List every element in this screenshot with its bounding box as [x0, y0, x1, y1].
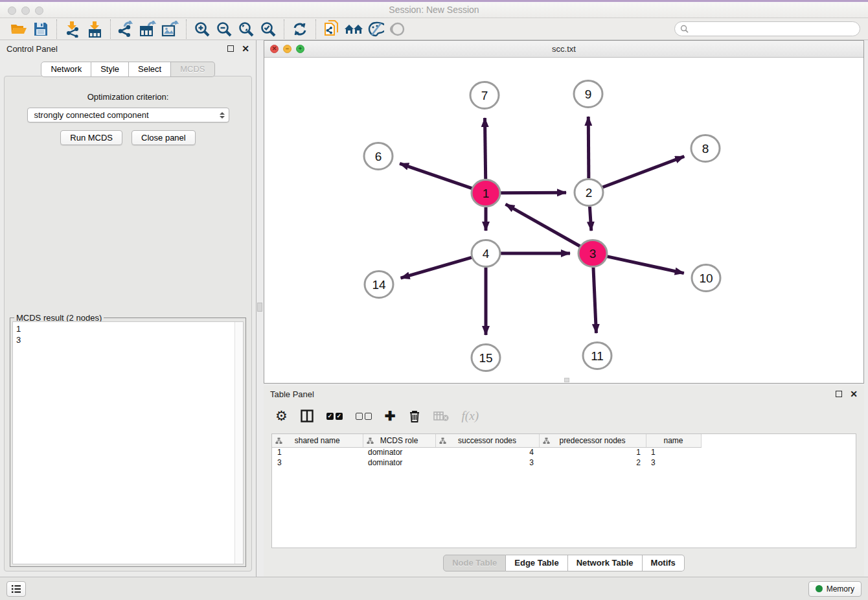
edge-2-8[interactable] [602, 156, 685, 187]
tab-network-table[interactable]: Network Table [568, 555, 643, 571]
edge-2-3[interactable] [589, 207, 591, 231]
network-window-titlebar[interactable]: ✕ − + scc.txt [264, 41, 863, 58]
cell-predecessor-nodes[interactable]: 2 [539, 457, 646, 468]
column-header-shared-name[interactable]: shared name [272, 434, 363, 447]
export-table-button[interactable] [137, 19, 159, 39]
maximize-network-button[interactable]: + [296, 45, 304, 53]
add-column-button[interactable]: ✚ [385, 410, 396, 422]
tab-select[interactable]: Select [129, 62, 171, 77]
close-table-panel-icon[interactable]: ✕ [850, 391, 858, 397]
cell-successor-nodes[interactable]: 3 [435, 457, 539, 468]
minimize-network-button[interactable]: − [283, 45, 291, 53]
result-scrollbar[interactable] [234, 322, 243, 564]
edge-4-14[interactable] [401, 257, 472, 278]
tab-network[interactable]: Network [41, 62, 91, 77]
cell-MCDS-role[interactable]: dominator [363, 457, 435, 468]
preview-toggle-button[interactable] [387, 19, 409, 39]
cell-MCDS-role[interactable]: dominator [363, 447, 435, 457]
table-settings-button[interactable]: ⚙ [275, 410, 288, 422]
float-panel-icon[interactable] [227, 45, 234, 52]
tab-mcds[interactable]: MCDS [171, 62, 214, 77]
vertical-splitter[interactable] [257, 40, 264, 577]
show-columns-button[interactable] [301, 410, 314, 422]
search-box[interactable] [674, 21, 860, 36]
optimization-criterion-select[interactable]: strongly connected component [27, 108, 229, 122]
graph-node-9[interactable]: 9 [574, 81, 602, 108]
edge-1-7[interactable] [485, 118, 485, 179]
canvas-scroll-nub[interactable] [564, 378, 569, 382]
float-table-panel-icon[interactable] [836, 391, 842, 397]
control-panel-title: Control Panel [6, 44, 58, 54]
table-row[interactable]: 3dominator323 [272, 457, 856, 468]
toolbar-separator [315, 19, 316, 39]
graph-node-10[interactable]: 10 [692, 265, 720, 292]
cell-name[interactable]: 1 [646, 447, 701, 457]
memory-button[interactable]: Memory [808, 581, 862, 597]
graph-node-6[interactable]: 6 [364, 143, 393, 170]
graph-node-2[interactable]: 2 [575, 179, 603, 206]
graph-node-3[interactable]: 3 [578, 240, 607, 267]
cell-predecessor-nodes[interactable]: 1 [539, 447, 646, 457]
column-header-name[interactable]: name [646, 434, 701, 447]
close-panel-icon[interactable]: ✕ [242, 45, 249, 52]
close-panel-button[interactable]: Close panel [131, 130, 196, 145]
graph-node-14[interactable]: 14 [365, 271, 393, 298]
network-from-selection-button[interactable] [321, 19, 343, 39]
column-header-MCDS-role[interactable]: MCDS role [363, 434, 435, 447]
network-canvas[interactable]: 7968124314101511 [264, 58, 863, 383]
tab-edge-table[interactable]: Edge Table [506, 555, 567, 571]
splitter-grip[interactable] [257, 303, 262, 312]
edge-2-9[interactable] [588, 117, 589, 178]
column-header-predecessor-nodes[interactable]: predecessor nodes [539, 434, 646, 447]
export-image-button[interactable] [159, 19, 181, 39]
import-table-button[interactable] [84, 19, 106, 39]
open-session-button[interactable] [8, 19, 30, 39]
home-layout-button[interactable] [343, 19, 365, 39]
save-session-button[interactable] [30, 19, 52, 39]
import-network-button[interactable] [62, 19, 84, 39]
edge-1-6[interactable] [400, 163, 472, 188]
cell-shared-name[interactable]: 3 [272, 457, 363, 468]
close-network-button[interactable]: ✕ [270, 45, 279, 53]
zoom-in-button[interactable] [191, 19, 213, 39]
deselect-all-icon [356, 413, 372, 420]
select-all-icon: ✓✓ [326, 413, 343, 420]
edge-3-10[interactable] [606, 257, 683, 273]
graph-node-7[interactable]: 7 [470, 82, 499, 109]
zoom-out-button[interactable] [213, 19, 235, 39]
cell-shared-name[interactable]: 1 [272, 447, 363, 457]
cell-successor-nodes[interactable]: 4 [435, 447, 539, 457]
deselect-all-button[interactable] [356, 413, 372, 420]
tab-node-table[interactable]: Node Table [443, 555, 506, 571]
zoom-fit-button[interactable] [235, 19, 257, 39]
graph-node-1[interactable]: 1 [472, 180, 500, 207]
hide-style-button[interactable] [365, 19, 387, 39]
graph-node-15[interactable]: 15 [472, 345, 500, 371]
zoom-selected-button[interactable] [257, 19, 279, 39]
select-all-button[interactable]: ✓✓ [326, 413, 343, 420]
minimize-window-button[interactable] [21, 6, 30, 15]
zoom-window-button[interactable] [35, 6, 43, 15]
tab-style[interactable]: Style [91, 62, 129, 77]
graph-node-4[interactable]: 4 [472, 240, 500, 267]
tab-motifs[interactable]: Motifs [643, 555, 685, 571]
refresh-button[interactable] [289, 19, 311, 39]
search-input[interactable] [692, 25, 854, 34]
table-row[interactable]: 1dominator411 [272, 447, 856, 457]
graph-node-11[interactable]: 11 [583, 343, 611, 369]
graph-node-8[interactable]: 8 [691, 135, 720, 162]
edge-3-11[interactable] [593, 268, 596, 333]
import-table-icon [87, 21, 102, 38]
column-header-successor-nodes[interactable]: successor nodes [435, 434, 539, 447]
delete-table-button[interactable] [433, 411, 449, 421]
apply-function-button[interactable]: f(x) [462, 409, 479, 423]
task-history-button[interactable] [6, 581, 26, 597]
export-network-button[interactable] [115, 19, 137, 39]
close-window-button[interactable] [8, 6, 16, 15]
run-mcds-button[interactable]: Run MCDS [60, 130, 122, 145]
delete-column-button[interactable] [409, 410, 420, 422]
cell-name[interactable]: 3 [646, 457, 701, 468]
edge-3-1[interactable] [505, 204, 580, 246]
mcds-result-box[interactable]: 1 3 [12, 321, 244, 564]
edge-1-2[interactable] [500, 192, 566, 193]
